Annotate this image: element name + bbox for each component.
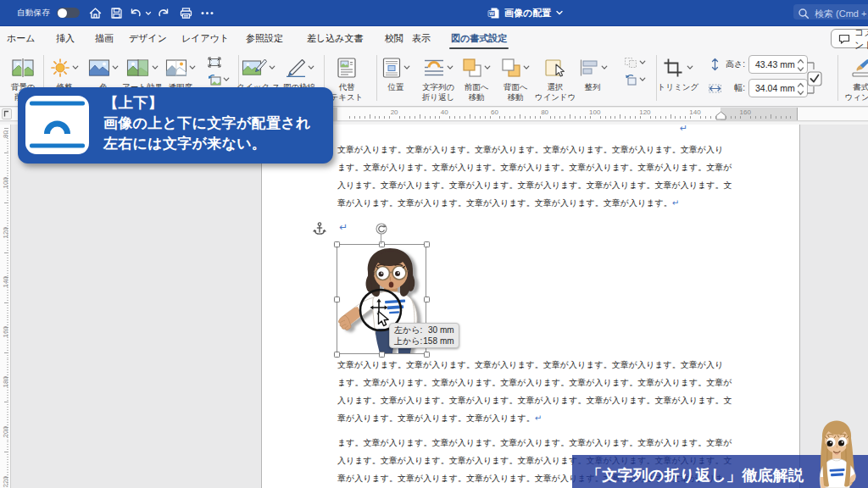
tab-0[interactable]: ホーム	[7, 26, 36, 51]
undo-icon[interactable]	[128, 6, 142, 20]
save-icon[interactable]	[109, 6, 124, 20]
ruler-tick	[7, 218, 9, 219]
ribbon-button-label: 代替 テキスト	[328, 82, 365, 102]
ruler-tick	[7, 417, 9, 418]
ribbon-button-send-backward[interactable]: 背面へ 移動	[498, 51, 532, 102]
tab-4[interactable]: レイアウト	[181, 26, 229, 51]
ribbon-button-transparency[interactable]: 透明度	[164, 51, 198, 92]
ruler-tick	[435, 116, 436, 119]
home-icon[interactable]	[88, 6, 103, 20]
ruler-tick	[7, 446, 9, 447]
ribbon-button-icon-row	[233, 55, 284, 80]
tab-2[interactable]: 描画	[95, 26, 114, 51]
ribbon-tab-bar: ホーム挿入描画デザインレイアウト参照設定差し込み文書校閲表示図の書式設定 コメン…	[0, 25, 868, 51]
more-icon[interactable]	[200, 6, 214, 20]
tab-3[interactable]: デザイン	[129, 26, 167, 51]
ruler-tick	[7, 440, 9, 441]
ruler-tick	[7, 374, 9, 375]
ruler-tick	[7, 369, 9, 370]
ruler-tick	[7, 215, 9, 216]
ribbon-button-rotate-objects[interactable]	[624, 72, 646, 86]
ribbon-button-corrections[interactable]: 修整	[47, 51, 81, 92]
ruler-tick	[7, 319, 9, 320]
document-title-group[interactable]: W 画像の配置	[487, 6, 564, 19]
width-input[interactable]: 34.04 mm	[748, 79, 808, 97]
ruler-tick	[760, 116, 761, 119]
ribbon-button-compress-picture[interactable]	[208, 55, 221, 69]
ribbon-button-alt-text[interactable]: 代替 テキスト	[328, 51, 365, 102]
ribbon-button-crop[interactable]: トリミング	[656, 51, 700, 92]
ruler-tick	[7, 290, 9, 291]
ruler-tick	[7, 322, 9, 323]
ribbon-button-wrap-text[interactable]: 文字列の 折り返し	[419, 51, 458, 102]
tab-6[interactable]: 差し込み文書	[307, 26, 364, 51]
ruler-tick	[359, 116, 360, 119]
page-edge-marker	[797, 108, 798, 120]
top-bottom-wrap-icon	[25, 96, 89, 154]
ruler-tick	[700, 116, 701, 119]
ribbon-button-icon-row	[282, 55, 316, 80]
tab-7[interactable]: 校閲	[385, 26, 403, 51]
ruler-tick	[439, 116, 440, 119]
align-icon	[577, 58, 599, 78]
ribbon-button-icon-row	[6, 55, 40, 80]
ruler-tick	[449, 116, 450, 119]
undo-chevron-icon[interactable]	[144, 6, 153, 20]
ruler-tick	[349, 116, 350, 119]
ruler-tick	[7, 472, 9, 473]
ribbon-button-bring-forward[interactable]: 前面へ 移動	[459, 51, 493, 102]
ruler-tick	[364, 116, 365, 119]
ruler-tick	[7, 247, 9, 248]
ruler-tick	[7, 362, 9, 363]
crop-icon	[663, 58, 685, 78]
document-page[interactable]	[261, 125, 800, 488]
ruler-tick	[7, 195, 9, 196]
width-label: 幅:	[722, 82, 745, 94]
tab-stop-selector[interactable]	[2, 108, 12, 119]
chevron-down-icon	[639, 60, 646, 65]
ruler-tick	[7, 474, 9, 475]
ribbon-button-selection-pane[interactable]: 選択 ウインドウ	[533, 51, 577, 102]
ruler-tick	[7, 424, 9, 425]
ruler-tick	[605, 116, 606, 119]
ruler-tick	[554, 116, 555, 119]
ribbon-button-format-pane[interactable]: 書式 ウィンド	[843, 51, 868, 102]
redo-icon[interactable]	[157, 6, 171, 20]
ribbon-button-align[interactable]: 整列	[576, 51, 609, 92]
ruler-tick	[7, 464, 9, 465]
right-indent-marker[interactable]	[715, 111, 726, 120]
height-input[interactable]: 43.43 mm	[748, 55, 808, 74]
ruler-tick	[4, 302, 8, 303]
height-icon	[707, 58, 722, 71]
chevron-down-icon	[112, 65, 119, 70]
ribbon-button-position[interactable]: 位置	[379, 51, 413, 92]
ribbon-button-artistic-effects[interactable]: アート効果	[120, 51, 164, 92]
ruler-tick	[710, 116, 711, 119]
ruler-tick	[7, 342, 9, 343]
ribbon-button-color[interactable]: 色	[86, 51, 120, 92]
ribbon-button-group-objects[interactable]	[624, 55, 646, 69]
tab-picture-format[interactable]: 図の書式設定	[451, 26, 507, 51]
tab-5[interactable]: 参照設定	[246, 26, 283, 51]
ruler-tick	[7, 220, 9, 221]
ruler-number: 140	[689, 108, 700, 116]
tab-1[interactable]: 挿入	[56, 26, 75, 51]
title-bar: 自動保存 W 画像の配置 検索 (Cmd +	[0, 0, 868, 25]
print-icon[interactable]	[179, 6, 193, 20]
ribbon-button-change-picture[interactable]	[208, 72, 230, 86]
ribbon-button-picture-border[interactable]: 図の枠線	[282, 51, 316, 92]
height-stepper[interactable]	[797, 58, 804, 73]
ruler-tick	[4, 402, 8, 402]
width-icon	[707, 83, 722, 94]
comments-button[interactable]: コメント	[831, 29, 868, 48]
chevron-down-icon	[189, 65, 196, 70]
vertical-ruler[interactable]: 80100120140160180200220	[0, 125, 11, 488]
tab-8[interactable]: 表示	[412, 26, 431, 51]
ruler-tick	[7, 268, 9, 269]
width-stepper[interactable]	[797, 81, 804, 97]
autosave-toggle[interactable]	[57, 8, 80, 18]
lock-aspect-ratio-checkbox[interactable]	[805, 56, 831, 100]
ruler-tick	[7, 146, 9, 147]
ribbon-button-icon-row	[86, 55, 120, 80]
chevron-down-icon	[223, 77, 230, 82]
